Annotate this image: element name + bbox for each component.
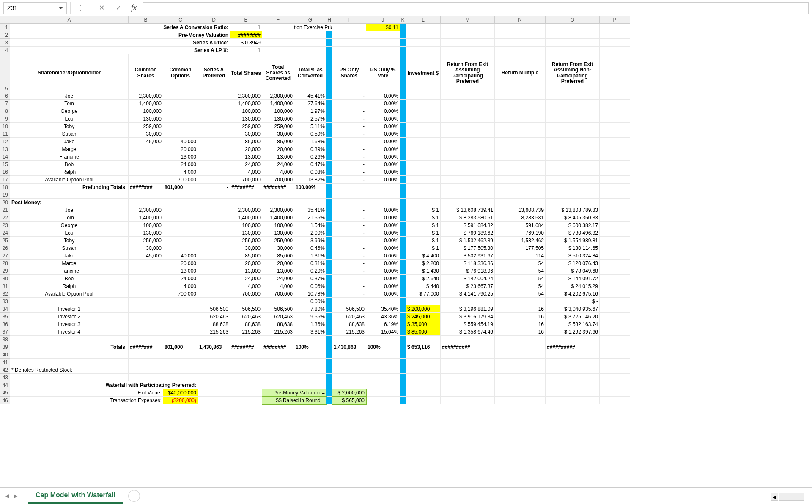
cell-H21[interactable] [326,206,332,214]
cell-D6[interactable] [198,92,230,100]
cell-K18[interactable] [400,184,406,191]
cell-E18[interactable]: ######## [230,184,262,191]
cell-J24[interactable]: 0.00% [366,229,400,237]
cell-O35[interactable]: $ 3,725,146.20 [546,313,600,320]
cell-B34[interactable] [129,305,163,313]
cell-I41[interactable] [332,359,366,366]
cell-K27[interactable] [400,252,406,260]
cell-I16[interactable]: - [332,168,366,176]
cell-H22[interactable] [326,214,332,222]
cell-M36[interactable]: $ 559,454.19 [441,320,495,328]
cell-O39[interactable]: ########## [546,343,600,351]
cell-E10[interactable]: 259,000 [230,123,262,130]
cell-P42[interactable] [600,366,630,374]
cell-G40[interactable] [294,351,326,359]
cell-D46[interactable] [198,397,230,404]
cell-A15[interactable]: Bob [10,161,129,168]
cell-F26[interactable]: 30,000 [262,244,294,252]
cell-G3[interactable] [294,39,326,47]
cell-J16[interactable]: 0.00% [366,168,400,176]
table-header-N[interactable]: Return Multiple [495,54,546,92]
cell-I10[interactable]: - [332,123,366,130]
cell-D25[interactable] [198,237,230,244]
cell-L31[interactable]: $ 440 [406,282,441,290]
cell-N7[interactable] [495,100,546,107]
cell-F20[interactable] [262,199,294,206]
cell-J29[interactable]: 0.00% [366,267,400,275]
cell-P11[interactable] [600,130,630,138]
cell-D13[interactable] [198,145,230,153]
cell-N44[interactable] [495,381,546,389]
cell-B25[interactable]: 259,000 [129,237,163,244]
cell-M11[interactable] [441,130,495,138]
cell-F21[interactable]: 2,300,000 [262,206,294,214]
row-header-39[interactable]: 39 [0,343,10,351]
cell-K19[interactable] [400,191,406,199]
cell-J42[interactable] [366,366,400,374]
cell-P36[interactable] [600,320,630,328]
table-header-H[interactable] [326,54,332,92]
cell-G4[interactable] [294,47,326,54]
cell-O46[interactable] [546,397,600,404]
cell-A36[interactable]: Investor 3 [10,320,129,328]
cell-K41[interactable] [400,359,406,366]
cell-D24[interactable] [198,229,230,237]
cell-I19[interactable] [332,191,366,199]
cell-P8[interactable] [600,107,630,115]
cell-N9[interactable] [495,115,546,123]
cell-F6[interactable]: 2,300,000 [262,92,294,100]
cell-I43[interactable] [332,374,366,381]
row-header-3[interactable]: 3 [0,39,10,47]
cell-N36[interactable]: 16 [495,320,546,328]
cell-M44[interactable] [441,381,495,389]
cell-D36[interactable]: 88,638 [198,320,230,328]
row-header-36[interactable]: 36 [0,320,10,328]
cell-D27[interactable] [198,252,230,260]
cell-L21[interactable]: $ 1 [406,206,441,214]
cell-I12[interactable]: - [332,138,366,145]
cell-J22[interactable]: 0.00% [366,214,400,222]
cell-O25[interactable]: $ 1,554,989.81 [546,237,600,244]
cell-C20[interactable] [163,199,198,206]
cell-C25[interactable] [163,237,198,244]
cell-M33[interactable] [441,298,495,305]
cell-E2[interactable]: ######## [230,31,262,39]
cell-F25[interactable]: 259,000 [262,237,294,244]
cell-N18[interactable] [495,184,546,191]
cell-G15[interactable]: 0.47% [294,161,326,168]
cell-H9[interactable] [326,115,332,123]
cell-N6[interactable] [495,92,546,100]
cell-L37[interactable]: $ 85,000 [406,328,441,336]
cell-N32[interactable]: 54 [495,290,546,298]
cell-G11[interactable]: 0.59% [294,130,326,138]
cell-D18[interactable]: - [198,184,230,191]
cell-L39[interactable]: $ 653,116 [406,343,441,351]
cell-E12[interactable]: 85,000 [230,138,262,145]
cell-O41[interactable] [546,359,600,366]
cell-G36[interactable]: 1.36% [294,320,326,328]
more-icon[interactable]: ⋮ [74,2,88,14]
cell-A32[interactable]: Available Option Pool [10,290,129,298]
cell-L29[interactable]: $ 1,430 [406,267,441,275]
cell-J2[interactable] [366,31,400,39]
cell-E46[interactable] [230,397,262,404]
cell-L6[interactable] [406,92,441,100]
cell-N13[interactable] [495,145,546,153]
cell-L44[interactable] [406,381,441,389]
cell-P35[interactable] [600,313,630,320]
cell-A28[interactable]: Marge [10,260,129,267]
row-header-16[interactable]: 16 [0,168,10,176]
cell-O30[interactable]: $ 144,091.72 [546,275,600,282]
cell-L34[interactable]: $ 200,000 [406,305,441,313]
cell-N10[interactable] [495,123,546,130]
cell-D28[interactable] [198,260,230,267]
cell-P18[interactable] [600,184,630,191]
cell-E40[interactable] [230,351,262,359]
table-header-C[interactable]: Common Options [163,54,198,92]
cell-C12[interactable]: 40,000 [163,138,198,145]
cell-O16[interactable] [546,168,600,176]
cell-D40[interactable] [198,351,230,359]
spreadsheet-grid[interactable]: ABCDEFGHIJKLMNOP1Series A Conversion Rat… [0,16,812,487]
cell-O32[interactable]: $ 4,202,675.16 [546,290,600,298]
cell-H19[interactable] [326,191,332,199]
